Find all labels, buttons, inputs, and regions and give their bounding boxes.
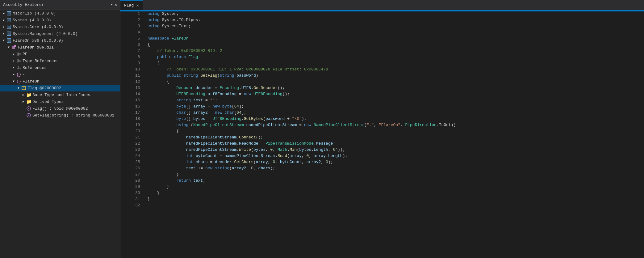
tab-close-button[interactable]: ✕ — [136, 3, 139, 8]
tree-item-flag-ctor[interactable]: M Flag() : void @06000002 — [0, 105, 120, 112]
line-number: 22 — [120, 141, 145, 147]
tree-label: FlareOn_x86 (0.0.0.0) — [12, 38, 63, 43]
tree-label: PE — [22, 52, 27, 57]
folder-icon: 📁 — [26, 99, 31, 104]
expand-flareon-ns[interactable]: ▼ — [11, 80, 16, 83]
tree-label: Flag @02000002 — [27, 86, 61, 91]
svg-rect-20 — [17, 66, 19, 69]
line-number: 8 — [120, 55, 145, 61]
tree-container: ▶ mscorlib (4.0.0.0) ▶ — [0, 10, 120, 119]
line-number: 21 — [120, 135, 145, 141]
tree-item-system[interactable]: ▶ System (4.0.0.0) — [0, 17, 120, 23]
expand-system-core[interactable]: ▶ — [1, 25, 6, 29]
code-content — [145, 30, 644, 36]
code-content: using System.Text; — [145, 24, 644, 30]
line-number: 20 — [120, 129, 145, 135]
code-line-row: 2using System.IO.Pipes; — [120, 18, 644, 24]
svg-rect-7 — [8, 32, 10, 35]
code-content: { — [145, 61, 644, 67]
line-number: 27 — [120, 172, 145, 178]
code-line-row: 17 char[] array2 = new char[64]; — [120, 110, 644, 116]
code-content: char[] array2 = new char[64]; — [145, 110, 644, 116]
svg-rect-1 — [8, 12, 10, 15]
tab-bar: Flag ✕ — [120, 0, 644, 11]
expand-dash[interactable]: ▶ — [11, 73, 16, 76]
tree-item-system-management[interactable]: ▶ System.Management (4.0.0.0) — [0, 30, 120, 37]
tree-item-flareon-x86[interactable]: ▼ FlareOn_x86 (0.0.0.0) — [0, 37, 120, 44]
code-content: Decoder decoder = Encoding.UTF8.GetDecod… — [145, 86, 644, 92]
line-number: 29 — [120, 184, 145, 191]
tree-item-references[interactable]: ▶ References — [0, 64, 120, 71]
code-line-row: 22 namedPipeClientStream.ReadMode = Pipe… — [120, 141, 644, 147]
code-line-row: 28 return text; — [120, 178, 644, 184]
type-ref-icon — [16, 58, 22, 63]
assembly-icon — [6, 38, 12, 43]
tree-label: References — [22, 66, 47, 70]
line-number: 26 — [120, 166, 145, 172]
line-number: 6 — [120, 42, 145, 49]
line-number: 14 — [120, 92, 145, 98]
line-number: 18 — [120, 116, 145, 123]
tab-flag[interactable]: Flag ✕ — [120, 0, 143, 10]
code-line-row: 21 namedPipeClientStream.Connect(); — [120, 135, 644, 141]
code-line-row: 31} — [120, 197, 644, 203]
line-number: 25 — [120, 160, 145, 166]
tree-item-flag-class[interactable]: ▼ C Flag @02000002 — [0, 85, 120, 91]
code-table: 1using System;2using System.IO.Pipes;3us… — [120, 11, 644, 209]
close-panel-button[interactable]: ✕ — [115, 2, 117, 7]
code-content: // Token: 0x06000001 RID: 1 RVA: 0x0000D… — [145, 67, 644, 73]
svg-rect-5 — [8, 26, 10, 28]
code-line-row: 23 namedPipeClientStream.Write(bytes, 0,… — [120, 147, 644, 154]
expand-flag-class[interactable]: ▼ — [16, 87, 21, 90]
line-number: 31 — [120, 197, 145, 203]
tab-label: Flag — [124, 3, 134, 8]
svg-text:M: M — [28, 114, 29, 117]
line-number: 24 — [120, 154, 145, 160]
expand-system[interactable]: ▶ — [1, 18, 6, 22]
code-line-row: 29 } — [120, 184, 644, 191]
line-number: 28 — [120, 178, 145, 184]
tree-item-dash[interactable]: ▶ {} - — [0, 71, 120, 78]
line-number: 12 — [120, 79, 145, 86]
expand-flareon-dll[interactable]: ▼ — [6, 46, 11, 49]
expand-references[interactable]: ▶ — [11, 66, 16, 70]
code-content: UTF8Encoding utf8Encoding = new UTF8Enco… — [145, 92, 644, 98]
expand-mscorlib[interactable]: ▶ — [1, 11, 6, 15]
code-content: namedPipeClientStream.Write(bytes, 0, Ma… — [145, 147, 644, 154]
pe-icon — [16, 52, 22, 57]
code-line-row: 5namespace FlareOn — [120, 36, 644, 42]
code-line-row: 9 { — [120, 61, 644, 67]
tree-item-getflag-method[interactable]: M GetFlag(string) : string @06000001 — [0, 112, 120, 119]
expand-system-management[interactable]: ▶ — [1, 32, 6, 36]
pin-button[interactable]: ▾ — [111, 2, 113, 7]
code-line-row: 12 { — [120, 79, 644, 86]
tree-item-type-references[interactable]: ▶ Type References — [0, 57, 120, 64]
tree-item-flareon-namespace[interactable]: ▼ {} FlareOn — [0, 78, 120, 85]
code-editor[interactable]: 1using System;2using System.IO.Pipes;3us… — [120, 11, 644, 258]
tree-item-system-core[interactable]: ▶ System.Core (4.0.0.0) — [0, 23, 120, 30]
code-content: using System.IO.Pipes; — [145, 18, 644, 24]
tree-item-mscorlib[interactable]: ▶ mscorlib (4.0.0.0) — [0, 10, 120, 17]
assembly-icon — [6, 18, 12, 23]
code-line-row: 8 public class Flag — [120, 55, 644, 61]
code-line-row: 3using System.Text; — [120, 24, 644, 30]
expand-derived-types[interactable]: ▶ — [21, 100, 26, 104]
tree-item-flareon-dll[interactable]: ▼ FlareOn_x86.dll — [0, 44, 120, 51]
expand-flareon-x86[interactable]: ▼ — [1, 39, 6, 42]
expand-base-types[interactable]: ▶ — [21, 93, 26, 97]
tree-label: Flag() : void @06000002 — [31, 106, 88, 111]
tree-item-derived-types[interactable]: ▶ 📁 Derived Types — [0, 98, 120, 105]
expand-type-references[interactable]: ▶ — [11, 59, 16, 63]
ref-icon — [16, 65, 22, 70]
code-line-row: 27 } — [120, 172, 644, 178]
tree-label: Derived Types — [31, 99, 64, 104]
code-content — [145, 203, 644, 209]
method-icon: M — [26, 106, 31, 111]
tree-item-pe[interactable]: ▶ PE — [0, 51, 120, 57]
expand-pe[interactable]: ▶ — [11, 52, 16, 56]
code-line-row: 13 Decoder decoder = Encoding.UTF8.GetDe… — [120, 86, 644, 92]
code-content: return text; — [145, 178, 644, 184]
method-icon: M — [26, 113, 31, 118]
line-number: 5 — [120, 36, 145, 42]
tree-item-base-types[interactable]: ▶ 📁 Base Type and Interfaces — [0, 91, 120, 98]
